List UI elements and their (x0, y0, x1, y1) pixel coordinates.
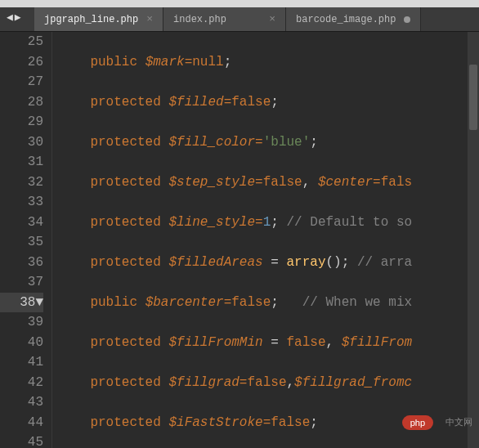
code-line: protected $fillgrad=false,$fillgrad_from… (59, 373, 479, 393)
scrollbar-thumb[interactable] (469, 65, 477, 130)
tab-label: barcode_image.php (296, 14, 396, 25)
close-icon[interactable]: × (269, 13, 275, 25)
tab-label: jpgraph_line.php (44, 14, 138, 25)
line-number: 44 (0, 413, 43, 433)
line-number: 35 (0, 232, 43, 253)
tab-bar: jpgraph_line.php × index.php × barcode_i… (0, 7, 479, 32)
code-line: protected $fillFromMin = false, $fillFro… (59, 333, 479, 353)
window-chrome (0, 0, 479, 7)
nav-forward-icon[interactable]: ▶ (15, 11, 21, 24)
line-number: 40 (0, 333, 43, 353)
tab-index[interactable]: index.php × (163, 7, 286, 31)
line-number: 38▼ (0, 293, 43, 313)
line-number: 37 (0, 272, 43, 293)
line-number: 42 (0, 373, 43, 393)
line-number: 29 (0, 112, 43, 132)
line-number: 33 (0, 192, 43, 213)
vertical-scrollbar[interactable] (468, 32, 479, 448)
line-number: 43 (0, 392, 43, 413)
line-number: 25 (0, 32, 43, 52)
code-editor[interactable]: 2526272829303132333435363738▼39404142434… (0, 32, 479, 448)
line-number: 31 (0, 152, 43, 172)
code-line: public $mark=null; (59, 52, 479, 73)
line-number: 28 (0, 92, 43, 113)
line-number: 30 (0, 132, 43, 153)
nav-arrows: ◀ ▶ (7, 11, 21, 24)
code-line: protected $line_style=1; // Default to s… (59, 213, 479, 233)
line-number: 41 (0, 352, 43, 373)
code-line: public $barcenter=false; // When we mix (59, 293, 479, 313)
tab-barcode-image[interactable]: barcode_image.php (286, 7, 421, 31)
tab-jpgraph-line[interactable]: jpgraph_line.php × (34, 7, 163, 31)
modified-dot-icon (404, 16, 410, 23)
nav-back-icon[interactable]: ◀ (7, 11, 13, 24)
line-number: 32 (0, 172, 43, 193)
line-number: 39 (0, 312, 43, 333)
line-number: 34 (0, 213, 43, 233)
line-number: 26 (0, 52, 43, 73)
line-number: 45 (0, 432, 43, 448)
code-area[interactable]: public $mark=null; protected $filled=fal… (52, 32, 479, 448)
line-number: 36 (0, 253, 43, 273)
code-line: protected $step_style=false, $center=fal… (59, 172, 479, 193)
tab-label: index.php (173, 14, 226, 25)
code-line: protected $filledAreas = array(); // arr… (59, 253, 479, 273)
code-line: protected $fill_color='blue'; (59, 132, 479, 153)
line-gutter: 2526272829303132333435363738▼39404142434… (0, 32, 52, 448)
php-badge: php (402, 415, 433, 430)
close-icon[interactable]: × (146, 13, 153, 25)
code-line: protected $filled=false; (59, 92, 479, 113)
line-number: 27 (0, 72, 43, 92)
badge-suffix: 中文网 (445, 416, 472, 428)
